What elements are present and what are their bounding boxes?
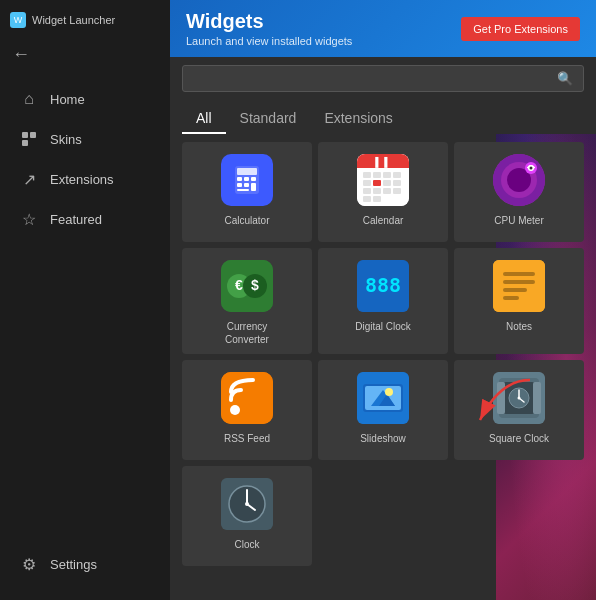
widget-rss-feed[interactable]: RSS Feed xyxy=(182,360,312,460)
svg-rect-48 xyxy=(503,296,519,300)
clock-icon xyxy=(221,478,273,530)
rss-feed-icon xyxy=(221,372,273,424)
slideshow-label: Slideshow xyxy=(360,432,406,445)
tab-extensions[interactable]: Extensions xyxy=(310,104,406,134)
sidebar: W Widget Launcher ← ⌂ Home Skins ↗ Exten… xyxy=(0,0,170,600)
svg-rect-27 xyxy=(393,188,401,194)
featured-icon: ☆ xyxy=(20,210,38,228)
svg-rect-11 xyxy=(237,189,249,191)
notes-label: Notes xyxy=(506,320,532,333)
svg-rect-10 xyxy=(251,183,256,191)
svg-rect-0 xyxy=(22,132,28,138)
svg-rect-18 xyxy=(383,172,391,178)
widget-digital-clock[interactable]: 888 Digital Clock xyxy=(318,248,448,354)
widget-slideshow[interactable]: Slideshow xyxy=(318,360,448,460)
currency-converter-icon-area: € $ xyxy=(219,258,275,314)
svg-point-36 xyxy=(530,167,533,170)
calendar-label: Calendar xyxy=(363,214,404,227)
search-icon: 🔍 xyxy=(557,71,573,86)
svg-rect-26 xyxy=(383,188,391,194)
widget-calendar[interactable]: ▌ ▌ xyxy=(318,142,448,242)
svg-rect-29 xyxy=(373,196,381,202)
sidebar-item-skins-label: Skins xyxy=(50,132,82,147)
search-input[interactable] xyxy=(193,71,557,86)
sidebar-item-home[interactable]: ⌂ Home xyxy=(4,80,166,118)
svg-point-70 xyxy=(245,502,249,506)
sidebar-item-extensions[interactable]: ↗ Extensions xyxy=(4,160,166,198)
widget-currency-converter[interactable]: € $ CurrencyConverter xyxy=(182,248,312,354)
svg-rect-19 xyxy=(393,172,401,178)
svg-rect-1 xyxy=(30,132,36,138)
skins-icon xyxy=(20,130,38,148)
svg-rect-5 xyxy=(237,177,242,181)
home-icon: ⌂ xyxy=(20,90,38,108)
widget-square-clock[interactable]: Square Clock xyxy=(454,360,584,460)
svg-rect-44 xyxy=(493,260,545,312)
sidebar-nav: ⌂ Home Skins ↗ Extensions ☆ Featured xyxy=(0,79,170,239)
widget-cpu-meter[interactable]: 👁 CPU Meter xyxy=(454,142,584,242)
svg-rect-28 xyxy=(363,196,371,202)
svg-rect-47 xyxy=(503,288,527,292)
svg-rect-2 xyxy=(22,140,28,146)
svg-rect-22 xyxy=(383,180,391,186)
svg-point-50 xyxy=(230,405,240,415)
svg-rect-23 xyxy=(393,180,401,186)
square-clock-label: Square Clock xyxy=(489,432,549,445)
cpu-meter-icon-area: 👁 xyxy=(491,152,547,208)
calculator-icon xyxy=(221,154,273,206)
extensions-icon: ↗ xyxy=(20,170,38,188)
header-subtitle: Launch and view installed widgets xyxy=(186,35,352,47)
widget-clock[interactable]: Clock xyxy=(182,466,312,566)
back-button[interactable]: ← xyxy=(0,38,170,71)
main-content: Widgets Launch and view installed widget… xyxy=(170,0,596,600)
square-clock-icon-area xyxy=(491,370,547,426)
widget-calculator[interactable]: Calculator xyxy=(182,142,312,242)
sidebar-item-extensions-label: Extensions xyxy=(50,172,114,187)
svg-text:€: € xyxy=(235,277,243,293)
slideshow-icon xyxy=(357,372,409,424)
header-banner: Widgets Launch and view installed widget… xyxy=(170,0,596,57)
calendar-icon: ▌ ▌ xyxy=(357,154,409,206)
svg-point-56 xyxy=(385,388,393,396)
svg-rect-46 xyxy=(503,280,535,284)
digital-clock-label: Digital Clock xyxy=(355,320,411,333)
title-bar: W Widget Launcher xyxy=(0,8,170,38)
header-text: Widgets Launch and view installed widget… xyxy=(186,10,352,47)
rss-feed-icon-area xyxy=(219,370,275,426)
sidebar-item-settings-label: Settings xyxy=(50,557,97,572)
sidebar-item-featured-label: Featured xyxy=(50,212,102,227)
pro-extensions-button[interactable]: Get Pro Extensions xyxy=(461,17,580,41)
digital-clock-icon: 888 xyxy=(357,260,409,312)
svg-text:$: $ xyxy=(251,277,259,293)
svg-rect-21 xyxy=(373,180,381,186)
svg-rect-25 xyxy=(373,188,381,194)
svg-rect-17 xyxy=(373,172,381,178)
clock-icon-area xyxy=(219,476,275,532)
tab-standard[interactable]: Standard xyxy=(226,104,311,134)
app-title: Widget Launcher xyxy=(32,14,115,26)
svg-rect-45 xyxy=(503,272,535,276)
notes-icon xyxy=(493,260,545,312)
settings-icon: ⚙ xyxy=(20,555,38,573)
calculator-label: Calculator xyxy=(224,214,269,227)
svg-rect-6 xyxy=(244,177,249,181)
svg-rect-60 xyxy=(497,382,505,414)
svg-rect-20 xyxy=(363,180,371,186)
svg-rect-8 xyxy=(237,183,242,187)
svg-rect-61 xyxy=(533,382,541,414)
calendar-icon-area: ▌ ▌ xyxy=(355,152,411,208)
slideshow-icon-area xyxy=(355,370,411,426)
sidebar-item-home-label: Home xyxy=(50,92,85,107)
cpu-meter-icon: 👁 xyxy=(493,154,545,206)
svg-text:888: 888 xyxy=(365,273,401,297)
sidebar-item-settings[interactable]: ⚙ Settings xyxy=(4,545,166,583)
sidebar-item-skins[interactable]: Skins xyxy=(4,120,166,158)
notes-icon-area xyxy=(491,258,547,314)
widget-notes[interactable]: Notes xyxy=(454,248,584,354)
svg-rect-4 xyxy=(237,168,257,175)
svg-rect-16 xyxy=(363,172,371,178)
widget-grid: Calculator ▌ ▌ xyxy=(170,134,596,600)
cpu-meter-label: CPU Meter xyxy=(494,214,543,227)
sidebar-item-featured[interactable]: ☆ Featured xyxy=(4,200,166,238)
tab-all[interactable]: All xyxy=(182,104,226,134)
